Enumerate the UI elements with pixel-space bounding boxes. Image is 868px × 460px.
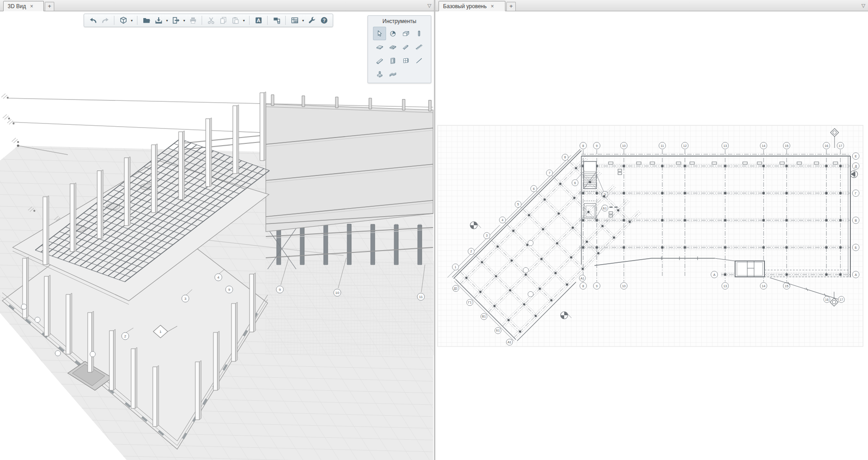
line-tool-icon <box>415 57 423 65</box>
plan-view-pane: Базовый уровень × + ▽ 891011121314151617… <box>435 0 868 460</box>
select-tool-icon <box>376 29 384 38</box>
svg-text:В: В <box>855 219 857 222</box>
svg-text:8: 8 <box>582 144 584 147</box>
panels-button[interactable] <box>271 15 282 26</box>
svg-text:6: 6 <box>533 187 535 190</box>
table-button[interactable] <box>289 15 300 26</box>
new-tab-button[interactable]: + <box>506 2 516 11</box>
ramp-tool-icon <box>376 57 384 65</box>
svg-text:?: ? <box>322 18 325 23</box>
cut-button[interactable] <box>205 15 217 26</box>
print-button[interactable] <box>187 15 198 26</box>
redo-button[interactable] <box>99 15 111 26</box>
tab-list-dropdown-icon[interactable]: ▽ <box>862 2 865 9</box>
svg-text:6: 6 <box>574 181 576 185</box>
select-tool-button[interactable] <box>373 27 386 40</box>
toolbar-separator <box>137 16 137 25</box>
ramp-tool-button[interactable] <box>373 54 386 67</box>
toolbar-separator <box>202 16 202 25</box>
wall-tool-button[interactable] <box>399 27 412 40</box>
tab-base-level[interactable]: Базовый уровень × <box>439 1 505 11</box>
export-dropdown-arrow[interactable]: ▼ <box>182 19 186 22</box>
svg-text:14: 14 <box>762 144 765 147</box>
svg-text:В1: В1 <box>482 315 486 318</box>
tab-3d-view[interactable]: 3D Вид × <box>3 1 44 11</box>
open-folder-button[interactable] <box>141 15 152 26</box>
close-tab-icon[interactable]: × <box>29 4 33 9</box>
3d-view-pane: 3D Вид × + ▽ 9101123491 ▼▼▼▼A▼? Инструме… <box>0 0 434 460</box>
floor-opening-tool-icon <box>389 43 397 51</box>
strip-foundation-tool-icon <box>389 70 397 78</box>
toolbar-separator <box>267 16 268 25</box>
view-cube-button[interactable] <box>118 15 129 26</box>
undo-icon <box>89 16 97 24</box>
text-style-button[interactable]: A <box>253 15 264 26</box>
3d-viewport[interactable]: 9101123491 ▼▼▼▼A▼? Инструменты А <box>0 11 434 460</box>
svg-text:Е: Е <box>855 155 857 158</box>
toolbar-separator <box>114 16 114 25</box>
svg-text:10: 10 <box>622 285 626 288</box>
wrench-icon <box>308 16 316 24</box>
svg-text:2: 2 <box>124 334 127 338</box>
axis-grid-tool-button[interactable]: А <box>386 27 399 40</box>
copy-button[interactable] <box>217 15 229 26</box>
new-tab-button[interactable]: + <box>45 2 54 11</box>
svg-text:А: А <box>855 273 857 276</box>
svg-text:12: 12 <box>683 144 687 147</box>
svg-text:Г1: Г1 <box>468 301 472 304</box>
stairs-tool-icon <box>415 43 423 51</box>
save-button[interactable] <box>153 15 164 26</box>
strip-foundation-tool-button[interactable] <box>386 67 399 81</box>
door-tool-button[interactable] <box>386 54 399 67</box>
svg-text:А1: А1 <box>508 341 512 344</box>
panels-icon <box>273 16 281 24</box>
wrench-button[interactable] <box>306 15 317 26</box>
svg-text:9: 9 <box>596 144 598 147</box>
tab-3d-view-label: 3D Вид <box>8 3 26 9</box>
svg-text:13: 13 <box>723 285 727 288</box>
close-tab-icon[interactable]: × <box>491 4 495 9</box>
undo-button[interactable] <box>87 15 99 26</box>
save-icon <box>155 16 163 24</box>
svg-text:15: 15 <box>785 285 788 288</box>
floor-tool-icon <box>376 43 384 51</box>
window-tool-button[interactable] <box>399 54 412 67</box>
svg-text:17: 17 <box>840 298 843 301</box>
tools-panel: Инструменты А <box>368 15 431 83</box>
table-dropdown-arrow[interactable]: ▼ <box>301 19 305 22</box>
beam-tool-icon <box>402 43 410 51</box>
line-tool-button[interactable] <box>412 54 425 67</box>
svg-text:5: 5 <box>517 203 519 206</box>
toolbar-separator <box>285 16 286 25</box>
save-dropdown-arrow[interactable]: ▼ <box>165 19 169 22</box>
main-toolbar: ▼▼▼▼A▼? <box>84 14 333 27</box>
paste-icon <box>231 16 240 24</box>
svg-text:Д1: Д1 <box>454 287 458 290</box>
beam-tool-button[interactable] <box>399 40 412 54</box>
svg-text:9: 9 <box>596 285 598 288</box>
pane-splitter[interactable] <box>434 0 435 460</box>
help-button[interactable]: ? <box>318 15 330 26</box>
svg-text:2: 2 <box>470 250 472 253</box>
column-tool-button[interactable] <box>412 27 425 40</box>
floor-opening-tool-button[interactable] <box>386 40 399 54</box>
svg-text:3: 3 <box>184 297 187 301</box>
svg-text:14: 14 <box>762 285 765 288</box>
svg-text:Д: Д <box>855 165 857 168</box>
view-cube-dropdown-arrow[interactable]: ▼ <box>130 19 134 22</box>
wall-tool-icon <box>402 29 410 38</box>
stairs-tool-button[interactable] <box>412 40 425 54</box>
plan-viewport[interactable]: 8910111213141516178910131415ЕДГВБАА67Б11… <box>435 11 868 460</box>
paste-button[interactable] <box>230 15 241 26</box>
export-button[interactable] <box>170 15 181 26</box>
paste-dropdown-arrow[interactable]: ▼ <box>242 19 246 22</box>
svg-text:9: 9 <box>279 288 281 292</box>
floor-tool-button[interactable] <box>373 40 386 54</box>
svg-text:8: 8 <box>564 156 566 159</box>
svg-text:7: 7 <box>548 171 550 175</box>
svg-text:9: 9 <box>228 288 231 292</box>
copy-icon <box>219 16 227 24</box>
svg-text:10: 10 <box>335 291 340 295</box>
tab-list-dropdown-icon[interactable]: ▽ <box>428 2 431 9</box>
column-foundation-tool-button[interactable] <box>373 67 386 81</box>
